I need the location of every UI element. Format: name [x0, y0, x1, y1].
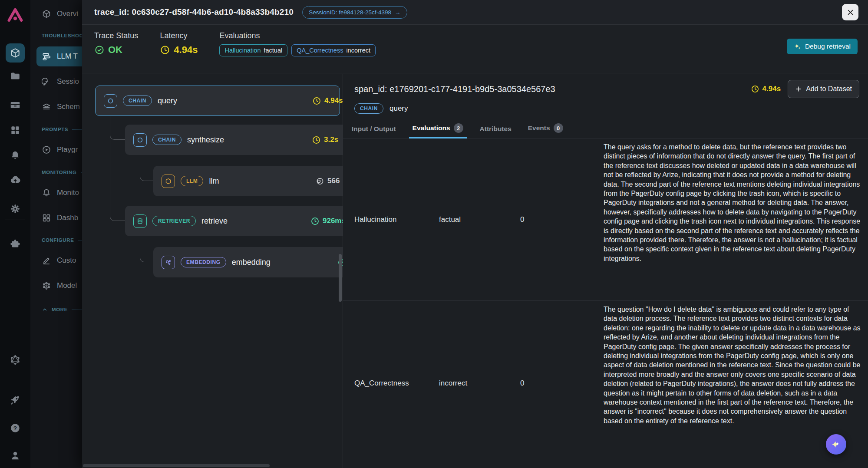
evaluation-row-qa-correctness: QA_Correctness incorrect 0 The question …: [343, 301, 868, 466]
help-icon: ?: [10, 422, 21, 434]
retriever-span-icon: [133, 214, 147, 228]
sidebar-section-monitoring: MONITORING: [30, 168, 82, 177]
chain-span-icon: [104, 94, 117, 108]
sidebar-item-sessions[interactable]: Sessio: [30, 73, 82, 90]
embedding-span-icon: [162, 256, 175, 269]
rail-item-deploy[interactable]: [6, 170, 25, 189]
detail-tabs: Input / Output Evaluations 2 Attributes …: [343, 119, 868, 138]
tokens-icon: [315, 177, 324, 186]
eval-name: QA_Correctness: [354, 379, 409, 388]
rail-item-alerts[interactable]: [6, 146, 25, 165]
sidebar-item-custom-metrics[interactable]: Custo: [30, 252, 82, 269]
span-id: span_id: e1769201-c177-4191-b9d5-3a0534e…: [354, 84, 555, 94]
tab-events[interactable]: Events 0: [527, 123, 564, 138]
arize-logo-icon[interactable]: [6, 5, 25, 25]
rail-item-settings[interactable]: [6, 199, 25, 218]
eval-label: incorrect: [439, 379, 467, 388]
sparkles-icon: [794, 43, 801, 50]
rail-item-space-cube[interactable]: [6, 43, 25, 63]
eval-name: Hallucination: [354, 215, 396, 224]
rail-item-help[interactable]: ?: [6, 419, 25, 438]
evaluations-group: Evaluations Hallucination factual QA_Cor…: [219, 31, 376, 56]
session-id-pill[interactable]: SessionID: fe984128-25cf-4398 →: [302, 6, 407, 19]
sidebar-item-overview[interactable]: Overvi: [30, 5, 82, 23]
sidebar-item-playground[interactable]: Playgr: [30, 141, 82, 158]
chain-span-icon: [133, 133, 147, 147]
close-button[interactable]: [842, 4, 858, 20]
rail-item-whats-new[interactable]: [6, 391, 25, 410]
trace-content: CHAIN query 4.94s CHAIN synthesize 3.2s: [82, 74, 868, 468]
tab-input-output[interactable]: Input / Output: [351, 125, 397, 138]
cube-icon: [10, 47, 21, 59]
sidebar-item-label: Custo: [57, 256, 76, 265]
rail-divider: [5, 220, 25, 220]
tree-connector: [140, 155, 153, 181]
close-icon: [847, 9, 854, 16]
sidebar-section-configure: CONFIGURE: [30, 236, 82, 244]
span-row-synthesize[interactable]: CHAIN synthesize 3.2s: [125, 125, 343, 155]
span-kind-pill: CHAIN: [354, 103, 383, 114]
span-name: embedding: [232, 258, 271, 267]
debug-retrieval-button[interactable]: Debug retrieval: [787, 39, 858, 54]
span-duration: 4.94s: [751, 85, 781, 93]
sidebar-item-schema[interactable]: Schem: [30, 98, 82, 115]
add-to-dataset-button[interactable]: Add to Dataset: [788, 80, 859, 98]
eval-badge-hallucination[interactable]: Hallucination factual: [219, 44, 287, 56]
span-latency: 926ms: [310, 217, 343, 226]
span-kind-pill: EMBEDDING: [181, 257, 226, 267]
span-latency: 3.2s: [312, 135, 338, 145]
span-latency: 4.94s: [312, 96, 343, 105]
layers-icon: [42, 102, 51, 112]
trace-status-value: OK: [94, 44, 138, 56]
cloud-upload-icon: [10, 174, 21, 185]
sidebar-section-more[interactable]: MORE: [30, 305, 82, 314]
svg-text:?: ?: [13, 425, 17, 432]
tree-vertical-scrollbar[interactable]: [339, 254, 342, 302]
check-circle-icon: [94, 45, 105, 55]
sidebar-item-model-settings[interactable]: Model: [30, 277, 82, 294]
traces-icon: [42, 52, 51, 61]
sidebar-item-label: Playgr: [57, 145, 78, 154]
tab-count-badge: 0: [554, 123, 563, 133]
eval-explanation: The query asks for a method to delete da…: [604, 142, 863, 263]
rocket-icon: [10, 395, 21, 406]
tab-attributes[interactable]: Attributes: [479, 125, 512, 138]
user-icon: [10, 450, 21, 461]
trace-detail-panel: trace_id: 0c630c27-d58f-44b6-ad10-4b8a33…: [82, 0, 868, 468]
sidebar-item-llm-tracing[interactable]: LLM T: [36, 46, 82, 66]
screen: ? Overvi TROUBLESHOOTING LLM T Sessio Sc…: [0, 0, 868, 468]
latency-group: Latency 4.94s: [160, 31, 198, 56]
span-kind-pill: LLM: [181, 176, 203, 186]
eval-explanation: The question "How do I delete data" is a…: [604, 305, 863, 425]
sidebar-section-troubleshooting: TROUBLESHOOTING: [30, 31, 82, 40]
span-row-llm[interactable]: LLM llm 566: [153, 166, 343, 196]
tree-horizontal-scrollbar[interactable]: [83, 464, 270, 467]
bell-icon: [42, 188, 51, 198]
sidebar-item-monitors[interactable]: Monito: [30, 184, 82, 201]
chat-bubble-icon: [42, 77, 51, 86]
rail-item-account[interactable]: [6, 446, 25, 465]
span-name: query: [158, 96, 177, 105]
rail-item-graphql[interactable]: [6, 350, 25, 369]
dashboards-icon: [42, 213, 51, 223]
trace-status-group: Trace Status OK: [94, 31, 138, 56]
rail-item-integrations[interactable]: [6, 234, 25, 254]
rail-item-datasets[interactable]: [6, 96, 25, 115]
cog-icon: [42, 281, 51, 290]
clock-icon: [312, 135, 321, 145]
rail-item-projects[interactable]: [6, 66, 25, 86]
span-row-embedding[interactable]: EMBEDDING embedding: [153, 247, 343, 277]
span-row-retrieve[interactable]: RETRIEVER retrieve 926ms: [125, 206, 343, 236]
sidebar-item-dashboards[interactable]: Dashb: [30, 209, 82, 227]
trace-status-label: Trace Status: [94, 31, 138, 40]
assistant-fab[interactable]: [826, 434, 846, 455]
tab-evaluations[interactable]: Evaluations 2: [412, 123, 464, 138]
eval-badge-qa-correctness[interactable]: QA_Correctness incorrect: [291, 44, 376, 56]
sidebar-item-label: Dashb: [57, 214, 78, 222]
rail-item-apps[interactable]: [6, 121, 25, 140]
span-tree: CHAIN query 4.94s CHAIN synthesize 3.2s: [82, 74, 343, 468]
gear-icon: [10, 203, 21, 214]
clock-icon: [312, 96, 321, 105]
span-kind-pill: RETRIEVER: [152, 216, 196, 226]
span-row-query[interactable]: CHAIN query 4.94s: [95, 86, 340, 116]
